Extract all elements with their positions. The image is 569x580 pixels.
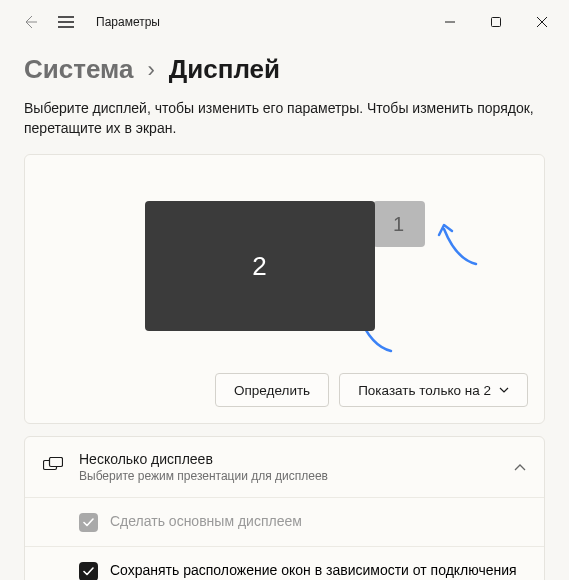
back-button[interactable] xyxy=(18,10,42,34)
menu-button[interactable] xyxy=(48,4,84,40)
page-description: Выберите дисплей, чтобы изменить его пар… xyxy=(24,99,545,138)
checkmark-icon xyxy=(83,567,94,576)
maximize-button[interactable] xyxy=(473,6,519,38)
chevron-up-icon xyxy=(514,464,526,472)
multiple-displays-subtitle: Выберите режим презентации для дисплеев xyxy=(79,469,498,483)
remember-layout-label: Сохранять расположение окон в зависимост… xyxy=(110,561,526,580)
multiple-displays-title: Несколько дисплеев xyxy=(79,451,498,467)
minimize-icon xyxy=(445,17,455,27)
multiple-displays-header[interactable]: Несколько дисплеев Выберите режим презен… xyxy=(25,437,544,497)
projection-mode-label: Показать только на 2 xyxy=(358,383,491,398)
hamburger-icon xyxy=(58,16,74,28)
content: Система › Дисплей Выберите дисплей, чтоб… xyxy=(0,54,569,580)
remember-layout-row: Сохранять расположение окон в зависимост… xyxy=(25,546,544,580)
projection-mode-dropdown[interactable]: Показать только на 2 xyxy=(339,373,528,407)
breadcrumb-separator: › xyxy=(147,57,154,83)
svg-rect-0 xyxy=(492,18,501,27)
multiple-displays-icon xyxy=(43,457,63,477)
make-primary-label: Сделать основным дисплеем xyxy=(110,512,302,531)
maximize-icon xyxy=(491,17,501,27)
checkmark-icon xyxy=(83,518,94,527)
close-icon xyxy=(537,17,547,27)
monitor-1[interactable]: 1 xyxy=(373,201,425,247)
display-actions: Определить Показать только на 2 xyxy=(41,373,528,407)
chevron-down-icon xyxy=(499,387,509,393)
identify-button[interactable]: Определить xyxy=(215,373,329,407)
svg-rect-2 xyxy=(50,458,63,467)
titlebar-left: Параметры xyxy=(4,4,160,40)
collapse-button[interactable] xyxy=(514,458,526,476)
multiple-displays-body: Сделать основным дисплеем Сохранять расп… xyxy=(25,497,544,580)
breadcrumb: Система › Дисплей xyxy=(24,54,545,85)
breadcrumb-parent[interactable]: Система xyxy=(24,54,133,85)
minimize-button[interactable] xyxy=(427,6,473,38)
identify-label: Определить xyxy=(234,383,310,398)
remember-layout-checkbox[interactable] xyxy=(79,562,98,580)
arrow-left-icon xyxy=(22,14,38,30)
make-primary-row: Сделать основным дисплеем xyxy=(25,498,544,546)
make-primary-checkbox xyxy=(79,513,98,532)
window-controls xyxy=(427,6,565,38)
display-arrangement-area: 2 1 Определить Показать только на 2 xyxy=(24,154,545,424)
annotation-arrow-2 xyxy=(436,219,486,273)
app-title: Параметры xyxy=(96,15,160,29)
breadcrumb-current: Дисплей xyxy=(169,54,280,85)
monitor-stage[interactable]: 2 1 xyxy=(41,171,528,361)
multiple-displays-titles: Несколько дисплеев Выберите режим презен… xyxy=(79,451,498,483)
close-button[interactable] xyxy=(519,6,565,38)
multiple-displays-section: Несколько дисплеев Выберите режим презен… xyxy=(24,436,545,580)
titlebar: Параметры xyxy=(0,0,569,44)
monitor-2[interactable]: 2 xyxy=(145,201,375,331)
